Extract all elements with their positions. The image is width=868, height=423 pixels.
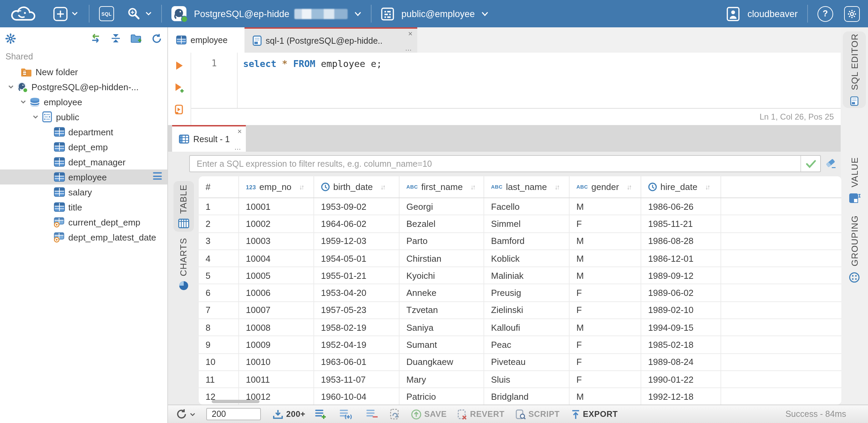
grid-cell[interactable]: M: [570, 198, 641, 215]
grid-cell[interactable]: 5: [199, 267, 239, 284]
tree-item-salary[interactable]: salary: [0, 185, 167, 200]
grid-cell[interactable]: Parto: [400, 233, 484, 249]
grid-cell[interactable]: 1957-05-23: [314, 302, 400, 319]
tree-item-employee[interactable]: employee: [0, 169, 167, 185]
grid-cell[interactable]: Bamford: [484, 233, 570, 249]
tree-item-dept_emp_latest_date[interactable]: dept_emp_latest_date: [0, 230, 167, 245]
sql-code-line[interactable]: select * FROM employee e;: [238, 53, 382, 108]
tree-item-postgresql-ep-hidden-[interactable]: PostgreSQL@ep-hidden-...: [0, 79, 167, 94]
grid-cell[interactable]: 10003: [239, 233, 314, 249]
grid-cell[interactable]: 10007: [239, 302, 314, 319]
grid-cell[interactable]: Patricio: [400, 388, 484, 405]
grid-cell[interactable]: M: [570, 319, 641, 336]
grid-cell[interactable]: 1: [199, 198, 239, 215]
grid-cell[interactable]: F: [570, 216, 641, 232]
grid-cell[interactable]: Georgi: [400, 198, 484, 215]
grid-cell[interactable]: Peac: [484, 337, 570, 353]
grid-cell[interactable]: M: [570, 233, 641, 249]
refresh-result-button[interactable]: [176, 409, 195, 420]
grid-cell[interactable]: 1989-02-10: [641, 302, 721, 319]
tab-employee[interactable]: employee: [168, 27, 244, 53]
grid-cell[interactable]: 1953-11-07: [314, 371, 400, 388]
grid-cell[interactable]: M: [570, 267, 641, 284]
clear-filter-button[interactable]: [825, 158, 837, 169]
grid-cell[interactable]: F: [570, 302, 641, 319]
grid-cell[interactable]: 10006: [239, 285, 314, 301]
tree-item-new-folder[interactable]: New folder: [0, 64, 167, 79]
tab-charts-view[interactable]: CHARTS: [178, 238, 188, 290]
grid-cell[interactable]: 1986-08-28: [641, 233, 721, 249]
tab-result-1[interactable]: Result - 1 × …: [172, 125, 246, 152]
grid-cell[interactable]: Piveteau: [484, 354, 570, 370]
grid-cell[interactable]: Bezalel: [400, 216, 484, 232]
expand-chevron-icon[interactable]: [30, 114, 41, 120]
tree-item-current_dept_emp[interactable]: current_dept_emp: [0, 215, 167, 230]
grid-cell[interactable]: F: [570, 337, 641, 353]
grid-cell[interactable]: 1960-10-04: [314, 388, 400, 405]
grid-cell[interactable]: 1989-09-12: [641, 267, 721, 284]
grid-cell[interactable]: Maliniak: [484, 267, 570, 284]
grid-cell[interactable]: Kyoichi: [400, 267, 484, 284]
export-button[interactable]: EXPORT: [571, 409, 618, 419]
expand-chevron-icon[interactable]: [5, 84, 16, 90]
schema-selector[interactable]: public@employee: [381, 7, 489, 20]
grid-cell[interactable]: 1986-12-01: [641, 250, 721, 267]
tab-more-icon[interactable]: …: [405, 45, 412, 52]
grid-cell[interactable]: Mary: [400, 371, 484, 388]
user-menu[interactable]: cloudbeaver: [727, 6, 798, 21]
add-row-icon[interactable]: [315, 409, 326, 420]
tree-item-dept_manager[interactable]: dept_manager: [0, 154, 167, 169]
help-button[interactable]: ?: [817, 6, 833, 22]
grid-cell[interactable]: 1985-02-18: [641, 337, 721, 353]
grid-cell[interactable]: Simmel: [484, 216, 570, 232]
column-header-first_name[interactable]: ABCfirst_name↓↑: [400, 176, 484, 197]
delete-row-icon[interactable]: [366, 409, 378, 420]
grid-cell[interactable]: 10001: [239, 198, 314, 215]
grid-cell[interactable]: 1989-06-02: [641, 285, 721, 301]
grid-cell[interactable]: 10002: [239, 216, 314, 232]
grid-cell[interactable]: 1994-09-15: [641, 319, 721, 336]
settings-gear-icon[interactable]: [5, 33, 16, 43]
grid-cell[interactable]: F: [570, 354, 641, 370]
grid-cell[interactable]: 1990-01-22: [641, 371, 721, 388]
grid-cell[interactable]: 9: [199, 337, 239, 353]
filter-input[interactable]: [190, 159, 800, 168]
duplicate-row-icon[interactable]: [339, 409, 352, 420]
grid-cell[interactable]: Duangkaew: [400, 354, 484, 370]
item-menu-icon[interactable]: [153, 172, 162, 180]
grid-cell[interactable]: 10004: [239, 250, 314, 267]
column-header-index[interactable]: #: [199, 176, 239, 197]
refresh-icon[interactable]: [152, 33, 162, 43]
save-button[interactable]: SAVE: [411, 409, 447, 419]
connection-selector[interactable]: PostgreSQL@ep-hidde: [171, 6, 361, 21]
edit-copy-icon[interactable]: [390, 409, 400, 420]
column-header-birth_date[interactable]: birth_date↓↑: [314, 176, 400, 197]
grid-cell[interactable]: Kalloufi: [484, 319, 570, 336]
grid-cell[interactable]: F: [570, 371, 641, 388]
grid-cell[interactable]: 10011: [239, 371, 314, 388]
tab-sql-1[interactable]: sql-1 (PostgreSQL@ep-hidde... × …: [244, 27, 417, 53]
close-icon[interactable]: ×: [237, 128, 242, 135]
grid-cell[interactable]: 11: [199, 371, 239, 388]
grid-cell[interactable]: Sluis: [484, 371, 570, 388]
grid-cell[interactable]: 10009: [239, 337, 314, 353]
column-header-hire_date[interactable]: hire_date↓↑: [641, 176, 721, 197]
grid-cell[interactable]: 10010: [239, 354, 314, 370]
execute-script-icon[interactable]: [174, 105, 184, 115]
grid-cell[interactable]: 7: [199, 302, 239, 319]
close-icon[interactable]: ×: [408, 30, 412, 38]
new-folder-icon[interactable]: [130, 33, 142, 43]
tree-item-public[interactable]: public: [0, 109, 167, 124]
sort-icon[interactable]: ↓↑: [380, 183, 384, 191]
tree-item-employee[interactable]: employee: [0, 94, 167, 109]
apply-filter-button[interactable]: [800, 156, 820, 172]
tree-item-dept_emp[interactable]: dept_emp: [0, 139, 167, 154]
horizontal-scrollbar[interactable]: [212, 400, 260, 403]
grid-cell[interactable]: 3: [199, 233, 239, 249]
column-header-emp_no[interactable]: 123emp_no↓↑: [239, 176, 314, 197]
sort-icon[interactable]: ↓↑: [299, 183, 303, 191]
tab-sql-editor-vertical[interactable]: SQL EDITOR: [843, 31, 866, 108]
grid-cell[interactable]: 1955-01-21: [314, 267, 400, 284]
tab-more-icon[interactable]: …: [234, 144, 242, 151]
script-button[interactable]: SCRIPT: [515, 409, 560, 419]
